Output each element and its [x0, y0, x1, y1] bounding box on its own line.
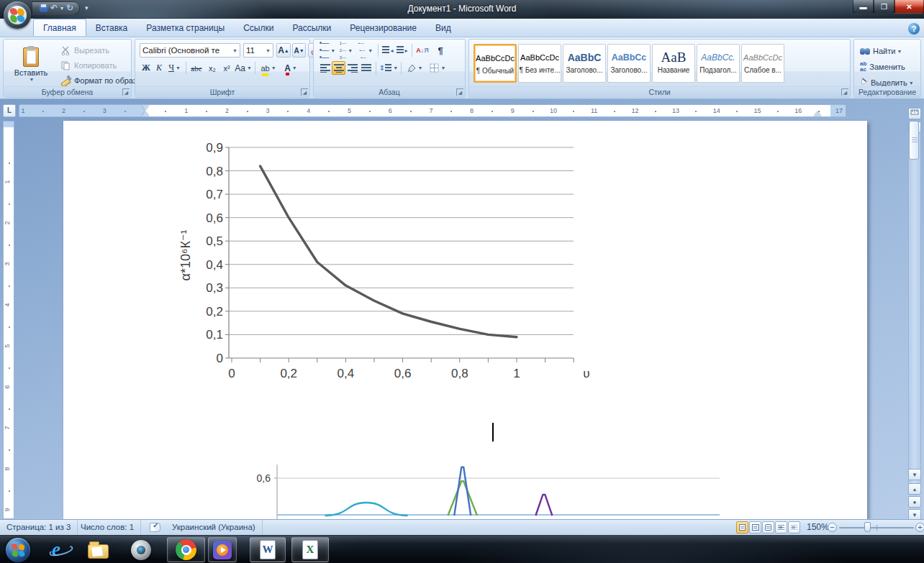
increase-indent-button[interactable]: ▸ [395, 43, 409, 58]
style-card-3[interactable]: AaBbCcЗаголово... [607, 44, 651, 83]
vertical-ruler[interactable]: 123456789 [3, 121, 14, 519]
paragraph-dialog-launcher[interactable]: ◢ [456, 88, 463, 96]
word-count-indicator[interactable]: Число слов: 1 [74, 520, 141, 535]
proofing-status-icon[interactable] [150, 523, 160, 532]
font-name-combo[interactable]: Calibri (Основной те ▼ [140, 43, 240, 58]
tab-Вставка[interactable]: Вставка [86, 19, 137, 36]
ruler-tick [9, 326, 10, 328]
style-card-5[interactable]: AaBbCc.Подзагол... [697, 44, 740, 83]
style-card-4[interactable]: AaBНазвание [652, 44, 695, 83]
style-card-6[interactable]: AaBbCcDcСлабое в... [741, 44, 784, 83]
text-highlight-button[interactable]: ab▼ [258, 61, 279, 75]
taskbar-google-chrome[interactable] [167, 537, 205, 562]
web-layout-view-button[interactable] [762, 521, 774, 534]
format-painter-button[interactable]: Формат по образцу [60, 74, 132, 87]
bullets-button[interactable]: •— •— •—▼ [318, 43, 337, 58]
paste-button[interactable]: Вставить ▼ [9, 42, 53, 87]
tab-Рецензирование[interactable]: Рецензирование [340, 19, 426, 36]
sort-button[interactable]: А↓Я [415, 43, 430, 58]
customize-qat-button[interactable]: ▾ [85, 4, 89, 12]
style-card-0[interactable]: AaBbCcDc¶ Обычный [474, 44, 517, 83]
strikethrough-button[interactable]: abc [188, 61, 205, 75]
full-screen-reading-view-button[interactable] [749, 521, 761, 534]
right-indent-marker[interactable] [814, 111, 821, 116]
italic-button[interactable]: K [153, 61, 166, 75]
font-dialog-launcher[interactable]: ◢ [301, 88, 308, 96]
style-card-2[interactable]: AaBbCЗаголово... [563, 44, 606, 83]
tab-selector[interactable]: L [3, 104, 16, 117]
partial-chart-peaks[interactable]: 0,6 [245, 460, 727, 519]
close-button[interactable]: ✕ [894, 0, 924, 14]
font-color-button[interactable]: A▼ [281, 61, 301, 75]
help-icon[interactable]: ? [908, 23, 920, 35]
styles-dialog-launcher[interactable]: ◢ [841, 88, 848, 96]
save-icon[interactable] [40, 4, 47, 12]
grow-font-button[interactable]: A▲ [276, 43, 291, 58]
scrollbar-track[interactable] [908, 121, 921, 495]
scroll-down-button[interactable]: ▼ [908, 469, 921, 480]
taskbar-microsoft-word[interactable]: W [250, 537, 286, 562]
taskbar-windows-explorer[interactable] [83, 537, 112, 562]
redo-button[interactable]: ↻ [66, 2, 73, 14]
tab-Рассылки[interactable]: Рассылки [283, 19, 340, 36]
style-card-1[interactable]: AaBbCcDc¶ Без инте... [518, 44, 561, 83]
undo-button[interactable]: ↶ [50, 2, 58, 14]
first-line-indent-marker[interactable] [142, 105, 149, 110]
align-center-button[interactable] [332, 61, 345, 75]
print-layout-view-button[interactable] [736, 521, 748, 534]
previous-page-button[interactable]: ▲ [908, 483, 921, 495]
borders-button[interactable]: ▼ [427, 61, 448, 75]
line-spacing-button[interactable]: ⇕▼ [379, 61, 399, 75]
decrease-indent-button[interactable]: ◂ [381, 43, 395, 58]
font-size-combo[interactable]: 11 ▼ [243, 43, 273, 58]
tab-Разметка страницы[interactable]: Разметка страницы [137, 19, 234, 36]
cut-button[interactable]: Вырезать [60, 44, 129, 57]
zoom-level-button[interactable]: 150% [807, 520, 829, 535]
office-button[interactable] [4, 1, 31, 29]
superscript-button[interactable]: x² [219, 61, 234, 75]
underline-button[interactable]: Ч▼ [166, 61, 184, 75]
language-indicator[interactable]: Украинский (Украина) [166, 520, 263, 535]
horizontal-ruler[interactable]: 3211234567891011121314151617 [19, 104, 846, 117]
minimize-button[interactable]: ▬ [853, 0, 874, 14]
find-button[interactable]: Найти▼ [860, 45, 902, 58]
copy-button[interactable]: Копировать [60, 59, 129, 72]
ruler-toggle-button[interactable] [908, 108, 921, 119]
chart-alpha-vs-u[interactable]: 00,10,20,30,40,50,60,70,80,900,20,40,60,… [173, 140, 590, 392]
bold-button[interactable]: Ж [140, 61, 153, 75]
taskbar-internet-explorer[interactable]: e [42, 537, 71, 562]
page-indicator[interactable]: Страница: 1 из 3 [0, 520, 78, 535]
multilevel-list-button[interactable]: •— •— •—▼ [355, 43, 376, 58]
hanging-indent-marker[interactable] [142, 111, 149, 116]
document-page[interactable]: 00,10,20,30,40,50,60,70,80,900,20,40,60,… [63, 121, 867, 519]
replace-button[interactable]: abacЗаменить [860, 60, 905, 73]
clipboard-dialog-launcher[interactable]: ◢ [122, 88, 130, 96]
select-browse-object-button[interactable]: ● [908, 496, 921, 508]
tab-Вид[interactable]: Вид [426, 19, 461, 36]
subscript-button[interactable]: x₂ [205, 61, 219, 75]
align-left-button[interactable] [318, 61, 332, 75]
show-marks-button[interactable]: ¶ [433, 43, 448, 58]
tab-Ссылки[interactable]: Ссылки [234, 19, 283, 36]
start-button[interactable] [6, 538, 30, 562]
draft-view-button[interactable] [788, 521, 800, 534]
zoom-in-button[interactable]: + [915, 523, 924, 532]
taskbar-microsoft-excel[interactable]: X [291, 537, 329, 562]
zoom-out-button[interactable]: − [828, 523, 837, 532]
change-case-button[interactable]: Aa▼ [234, 61, 253, 75]
ruler-number: 6 [4, 385, 11, 388]
align-right-button[interactable] [345, 61, 359, 75]
shading-button[interactable]: ▼ [404, 61, 425, 75]
zoom-slider-handle[interactable] [864, 522, 871, 532]
scrollbar-thumb[interactable] [909, 121, 919, 160]
taskbar-windows-media-player[interactable] [208, 537, 237, 562]
restore-button[interactable]: ❐ [874, 0, 894, 14]
tab-Главная[interactable]: Главная [33, 19, 86, 36]
undo-dropdown[interactable]: ▾ [60, 5, 63, 12]
style-label: Заголово... [608, 66, 650, 74]
numbering-button[interactable]: 1— 2— 3—▼ [337, 43, 355, 58]
outline-view-button[interactable] [775, 521, 787, 534]
justify-button[interactable] [359, 61, 373, 75]
shrink-font-button[interactable]: A▼ [292, 43, 306, 58]
taskbar-media-app[interactable] [127, 537, 155, 562]
